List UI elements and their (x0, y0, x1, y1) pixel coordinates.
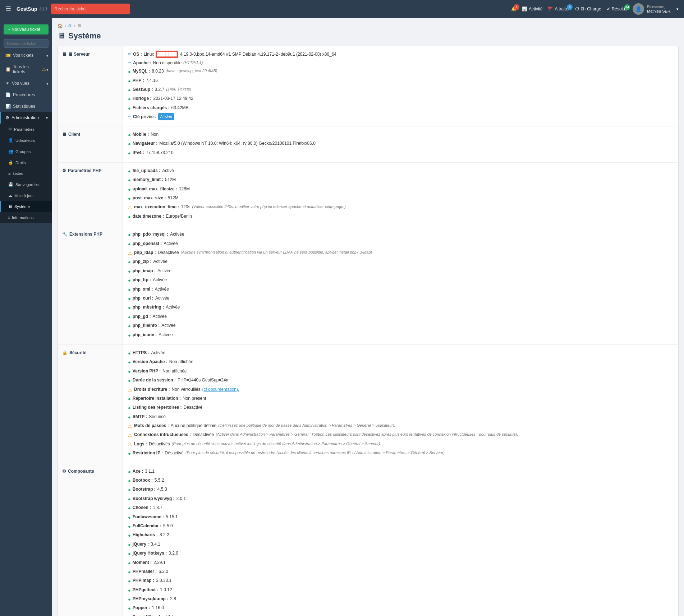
gear-icon: ⚙ (8, 127, 12, 131)
activite-btn[interactable]: 📊 Activité (522, 6, 543, 11)
notifications-badge: 3 (514, 4, 519, 10)
sidebar-item-vos-vues[interactable]: 👁 Vos vues ◂ (0, 78, 52, 89)
check-icon: ✔ (607, 6, 610, 11)
sidebar-label-sauvegardes: Sauvegardes (15, 182, 39, 187)
user-greeting: Bienvenue, (647, 5, 674, 9)
breadcrumb: 🏠 › ⚙ › 🖥 (58, 23, 679, 28)
user-icon: 👤 (8, 138, 13, 143)
sidebar-label-parametres: Paramètres (14, 127, 35, 131)
a-traiter-btn[interactable]: 🚩 A traiter 0 (548, 6, 570, 11)
sidebar-item-parametres[interactable]: ⚙ Paramètres (0, 124, 52, 135)
user-chevron: ▾ (676, 7, 679, 11)
notifications-btn[interactable]: 🔔 3 (511, 6, 517, 11)
sidebar-item-tous-tickets[interactable]: 📋 Tous les tickets ⚠ ◂ (0, 61, 52, 78)
new-ticket-button[interactable]: + Nouveau ticket (4, 24, 49, 34)
topnav-search-input[interactable] (55, 6, 127, 11)
php-ext-content: ●php_pdo_mysql :Activée ●php_openssl :Ac… (123, 226, 678, 344)
sidebar-item-listes[interactable]: ≡ Listes (0, 168, 52, 179)
check-icon: ● (128, 77, 131, 85)
sidebar-item-sauvegardes[interactable]: 💾 Sauvegardes (0, 179, 52, 190)
check-icon: ● (128, 104, 131, 112)
page-title: 🖥 Système (58, 31, 679, 41)
sidebar-item-administration[interactable]: ⚙ Administration ▾ (0, 112, 52, 124)
monitor-icon: 🖥 (8, 204, 12, 209)
sidebar-item-systeme[interactable]: 🖥 Système (0, 201, 52, 212)
sidebar-label-systeme: Système (14, 204, 30, 209)
sidebar-item-mise-a-jour[interactable]: ☁ Mise à jour (0, 190, 52, 201)
topnav-search[interactable] (51, 4, 130, 14)
a-traiter-badge: 0 (567, 4, 573, 10)
arrow-icon: ◂ (46, 82, 48, 85)
serveur-label: 🖥 🖥 Serveur (58, 46, 123, 126)
edit-icon: ✏ (128, 59, 131, 66)
show-key-button[interactable]: Afficher (158, 113, 175, 120)
resolus-btn[interactable]: ✔ Résolus 84 (607, 6, 627, 11)
documentation-link[interactable]: (cf documentation). (202, 386, 239, 394)
title-text: Système (68, 31, 101, 41)
composants-section: ⚙ Composants ●Ace :3.1.1 ●Bootbox :5.5.2… (58, 463, 678, 616)
serveur-section: 🖥 🖥 Serveur ✏ OS : Linux ███████ 4.19.0-… (58, 46, 678, 126)
check-icon: ● (128, 131, 131, 139)
client-label: 🖥 Client (58, 126, 123, 162)
check-icon: ● (128, 95, 131, 103)
doc-icon: 📄 (5, 92, 11, 97)
wrench-icon: 🔧 (62, 232, 68, 237)
activite-label: Activité (529, 6, 543, 11)
warn-icon: ⚠ (128, 203, 132, 212)
sidebar: + Nouveau ticket 🎫 Vos tickets ◂ 📋 Tous … (0, 18, 52, 616)
php-params-section: ⚙ Paramètres PHP ● file_uploads : Activé… (58, 163, 678, 226)
sidebar-label-listes: Listes (13, 171, 23, 176)
securite-section: 🔒 Sécurité ●HTTPS :Activée ●Version Apac… (58, 345, 678, 463)
sidebar-label-procedures: Procédures (13, 92, 35, 97)
sidebar-label-tous-tickets: Tous les tickets (13, 64, 39, 74)
user-menu[interactable]: 👤 Bienvenue, Mathieu SER... ▾ (633, 3, 679, 15)
check-icon: ● (128, 185, 131, 194)
composants-label: ⚙ Composants (58, 463, 123, 616)
server-icon: 🖥 (62, 52, 66, 57)
chart-icon: 📊 (5, 104, 11, 109)
sidebar-search-input[interactable] (4, 39, 49, 48)
brand: GestSup 3.2.7 (17, 6, 47, 12)
sidebar-label-droits: Droits (15, 161, 26, 165)
sidebar-item-vos-tickets[interactable]: 🎫 Vos tickets ◂ (0, 50, 52, 61)
sidebar-label-mise-a-jour: Mise à jour (14, 194, 34, 198)
title-icon: 🖥 (58, 31, 65, 41)
check-icon: ● (128, 167, 131, 175)
sidebar-item-informations[interactable]: ℹ Informations (0, 212, 52, 223)
sidebar-label-groupes: Groupes (15, 149, 31, 154)
sidebar-item-utilisateurs[interactable]: 👤 Utilisateurs (0, 135, 52, 146)
charge-duration: 0h (581, 6, 586, 11)
main-content: 🏠 › ⚙ › 🖥 🖥 Système 🖥 🖥 Serveur ✏ (52, 18, 684, 616)
sidebar-item-groupes[interactable]: 👥 Groupes (0, 146, 52, 157)
check-icon: ● (128, 140, 131, 148)
breadcrumb-home[interactable]: 🏠 (58, 23, 63, 28)
list-icon: ≡ (8, 171, 10, 176)
php-ext-label: 🔧 Extensions PHP (58, 226, 123, 344)
resolus-badge: 84 (624, 4, 630, 10)
sidebar-label-informations: Informations (12, 216, 34, 220)
admin-submenu: ⚙ Paramètres 👤 Utilisateurs 👥 Groupes 🔒 (0, 124, 52, 223)
charge-icon: ⏱ (575, 6, 579, 11)
flag-icon: 🚩 (548, 6, 554, 11)
info-icon: ℹ (8, 215, 10, 220)
securite-content: ●HTTPS :Activée ●Version Apache :Non aff… (123, 345, 678, 463)
alert-icon: ⚠ (42, 67, 46, 72)
sidebar-item-statistiques[interactable]: 📊 Statistiques (0, 101, 52, 112)
breadcrumb-admin[interactable]: ⚙ (68, 23, 72, 28)
sidebar-item-droits[interactable]: 🔒 Droits (0, 157, 52, 168)
client-section: 🖥 Client ● Mobile : Non ● Navigateur : M… (58, 126, 678, 163)
chevron-down-icon: ▾ (46, 116, 48, 120)
sidebar-item-procedures[interactable]: 📄 Procédures (0, 89, 52, 101)
system-card: 🖥 🖥 Serveur ✏ OS : Linux ███████ 4.19.0-… (58, 46, 679, 616)
list-icon: 📋 (5, 67, 11, 72)
lock-icon: 🔒 (8, 160, 13, 165)
hamburger-icon[interactable]: ☰ (5, 5, 11, 13)
charge-btn[interactable]: ⏱ 0h Charge (575, 6, 601, 11)
topnav-icons: 🔔 3 📊 Activité 🚩 A traiter 0 ⏱ 0h Charge… (511, 3, 679, 15)
gear-icon: ⚙ (62, 168, 66, 173)
sidebar-label-statistiques: Statistiques (13, 104, 35, 109)
avatar: 👤 (633, 3, 644, 15)
check-icon: ● (128, 213, 131, 221)
save-icon: 💾 (8, 182, 13, 187)
php-ext-section: 🔧 Extensions PHP ●php_pdo_mysql :Activée… (58, 226, 678, 345)
